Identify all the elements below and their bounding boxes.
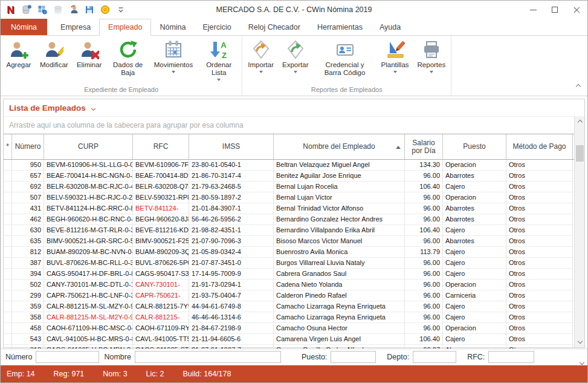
- tab-ayuda[interactable]: Ayuda: [371, 19, 409, 35]
- tab-empleado[interactable]: Empleado: [99, 19, 151, 36]
- plantillas-button[interactable]: Plantillas: [377, 39, 413, 74]
- coins-gray-icon[interactable]: [53, 5, 63, 15]
- cell-imss: 21-93-75-0404-7: [189, 290, 274, 301]
- window-controls: [522, 1, 587, 19]
- column-header-imss[interactable]: IMSS: [189, 134, 274, 159]
- tab-empresa[interactable]: Empresa: [52, 19, 99, 35]
- cell-rfc: CAGS-950417-S3A: [133, 269, 189, 279]
- qat-overflow-icon[interactable]: [115, 5, 126, 15]
- cell-imss: 17-14-95-7009-9: [189, 269, 274, 279]
- table-row[interactable]: 502CANY-730101-M-BC-DTL-0-1CANY-730101-2…: [4, 280, 574, 290]
- ordenar-lista-button[interactable]: AZOrdenar Lista: [197, 39, 241, 82]
- cell-imss: 21-86-70-3147-4: [189, 171, 274, 181]
- dropdown-arrow-icon: [172, 71, 175, 73]
- modificar-button[interactable]: Modificar: [36, 39, 73, 70]
- table-row[interactable]: 299CAPR-750621-H-BC-LNF-0-3CAPR-750621-2…: [4, 290, 574, 301]
- table-row[interactable]: 458CAOH-671109-H-BC-MSC-0-CAOH-671109-RY…: [4, 323, 574, 334]
- file-tab-nomina[interactable]: Nómina: [1, 19, 47, 35]
- minimize-button[interactable]: [522, 1, 544, 19]
- table-row[interactable]: 950BEVM-610906-H-SL-LLG-0-0BEVM-610906-7…: [4, 160, 574, 171]
- cell-curp: BEVM-610906-H-SL-LLG-0-0: [44, 160, 133, 170]
- panel-menu-arrow-icon[interactable]: [91, 106, 95, 110]
- table-row[interactable]: 543CAVL-941005-H-BC-MRS-0-8CAVL-941005-T…: [4, 334, 574, 345]
- column-header-numero[interactable]: Número: [12, 134, 44, 159]
- row-indicator: [4, 214, 12, 224]
- cell-salario: 106.40: [405, 334, 443, 344]
- vertical-scrollbar[interactable]: [574, 116, 584, 347]
- credencial-y-barra-codigo-button[interactable]: Credencial y Barra Código: [313, 39, 377, 78]
- row-indicator: [4, 203, 12, 214]
- table-row[interactable]: 812BUAM-890209-M-BC-NVN-0-3BUAM-890209-3…: [4, 247, 574, 258]
- column-header-curp[interactable]: CURP: [44, 134, 133, 159]
- tab-herramientas[interactable]: Herramientas: [309, 19, 371, 35]
- table-row[interactable]: 387BUVL-870626-M-BC-RLL-0-3BUVL-870626-5…: [4, 258, 574, 269]
- user-icon[interactable]: [68, 5, 79, 15]
- cell-curp: BELR-630208-M-BC-RJC-0-4: [44, 182, 133, 192]
- cell-puesto: Carniceria: [443, 290, 506, 301]
- cell-imss: 46-46-46-1314-6: [189, 312, 274, 322]
- table-row[interactable]: 358CALR-881215-M-SL-M2Y-0-9CALR-881215-4…: [4, 312, 574, 323]
- column-header-rfc[interactable]: RFC: [133, 134, 189, 159]
- tab-nomina[interactable]: Nómina: [151, 19, 194, 35]
- table-row[interactable]: 692BELR-630208-M-BC-RJC-0-4BELR-630208-Q…: [4, 182, 574, 192]
- cell-numero: 358: [12, 312, 44, 322]
- filter-input-numero[interactable]: [36, 351, 99, 363]
- filter-label: RFC:: [467, 353, 485, 361]
- scroll-down-button[interactable]: [575, 336, 585, 346]
- reportes-button[interactable]: Reportes: [413, 39, 450, 74]
- save-icon[interactable]: [84, 5, 94, 15]
- ribbon-buttons: ImportarExportarCredencial y Barra Códig…: [244, 37, 450, 85]
- close-button[interactable]: [566, 1, 587, 19]
- table-row[interactable]: 657BEAE-700414-H-BC-NGN-0-3BEAE-700414-8…: [4, 171, 574, 182]
- company-info-icon[interactable]: i: [37, 5, 47, 15]
- row-indicator: [4, 334, 12, 344]
- filter-label: Nombre: [104, 353, 131, 361]
- filter-input-nombre[interactable]: [135, 351, 281, 363]
- coin-icon[interactable]: [100, 5, 110, 15]
- table-row[interactable]: 394CAGS-950417-H-DF-BRL-0-8CAGS-950417-S…: [4, 269, 574, 280]
- cell-salario: 106.40: [405, 225, 443, 235]
- eliminar-button[interactable]: Eliminar: [73, 39, 106, 70]
- ribbon-collapse-button[interactable]: [577, 80, 580, 91]
- filter-scroll-down-button[interactable]: [580, 356, 584, 367]
- column-header-metodo-de-pago[interactable]: Método de Pago: [506, 134, 573, 159]
- scroll-up-button[interactable]: [575, 117, 585, 127]
- table-row[interactable]: 431BETV-841124-H-BC-RRC-0-8BETV-841124-2…: [4, 203, 574, 214]
- cell-metodo-pago: Otros: [506, 171, 573, 181]
- scrollbar-thumb[interactable]: [576, 145, 584, 162]
- cell-metodo-pago: Otros: [506, 247, 573, 257]
- column-header-salario-por-dia[interactable]: Salario por Día: [405, 134, 443, 159]
- agregar-button[interactable]: Agregar: [2, 39, 36, 70]
- dados-de-baja-button[interactable]: Dados de Baja: [106, 39, 150, 78]
- cell-nombre: Bernal Trinidad Victor Alfonso: [274, 203, 405, 214]
- column-header-nombre-del-empleado[interactable]: Nombre del Empleado: [274, 134, 405, 159]
- filter-input-depto[interactable]: [413, 351, 456, 363]
- status-item-build: Build: 164/178: [183, 370, 231, 378]
- tab-reloj-checador[interactable]: Reloj Checador: [240, 19, 309, 35]
- table-row[interactable]: 462BEGH-960620-H-BC-RNC-0-4BEGH-960620-8…: [4, 214, 574, 225]
- maximize-button[interactable]: [544, 1, 566, 19]
- table-row[interactable]: 359CALR-881215-M-SL-MZY-0-9CALR-881215-7…: [4, 301, 574, 312]
- database-icon[interactable]: [21, 5, 31, 15]
- cell-metodo-pago: Otros: [506, 269, 573, 279]
- table-row[interactable]: 635BIMV-900521-H-GR-SRC-0-5BIMV-900521-F…: [4, 236, 574, 247]
- ribbon-group-expediente-de-empleado: AgregarModificarEliminarDados de BajaMov…: [1, 36, 242, 96]
- filter-field-puesto: Puesto:: [302, 351, 376, 363]
- cell-curp: CANY-730101-M-BC-DTL-0-1: [44, 280, 133, 290]
- cell-imss: 21-80-59-1897-2: [189, 192, 274, 203]
- table-row[interactable]: 507BELV-590321-H-BC-RJC-0-2BELV-590321-R…: [4, 192, 574, 203]
- table-row[interactable]: 630BEVE-811216-M-GT-RLR-0-3BEVE-811216-K…: [4, 225, 574, 236]
- tab-ejercicio[interactable]: Ejercicio: [194, 19, 239, 35]
- filter-input-rfc[interactable]: [488, 351, 534, 363]
- filter-input-puesto[interactable]: [331, 351, 376, 363]
- cell-salario: 134.30: [405, 160, 443, 170]
- group-by-box[interactable]: Arrastre aquí una columna de la cabecera…: [4, 116, 574, 134]
- column-header-puesto[interactable]: Puesto: [443, 134, 506, 159]
- importar-button[interactable]: Importar: [244, 39, 278, 74]
- column-header-indicator[interactable]: *: [4, 134, 12, 159]
- cell-salario: 96.00: [405, 203, 443, 214]
- cell-salario: 96.00: [405, 236, 443, 246]
- cell-imss: 56-46-26-5956-2: [189, 214, 274, 224]
- movimientos-button[interactable]: Movimientos: [150, 39, 198, 74]
- exportar-button[interactable]: Exportar: [278, 39, 312, 74]
